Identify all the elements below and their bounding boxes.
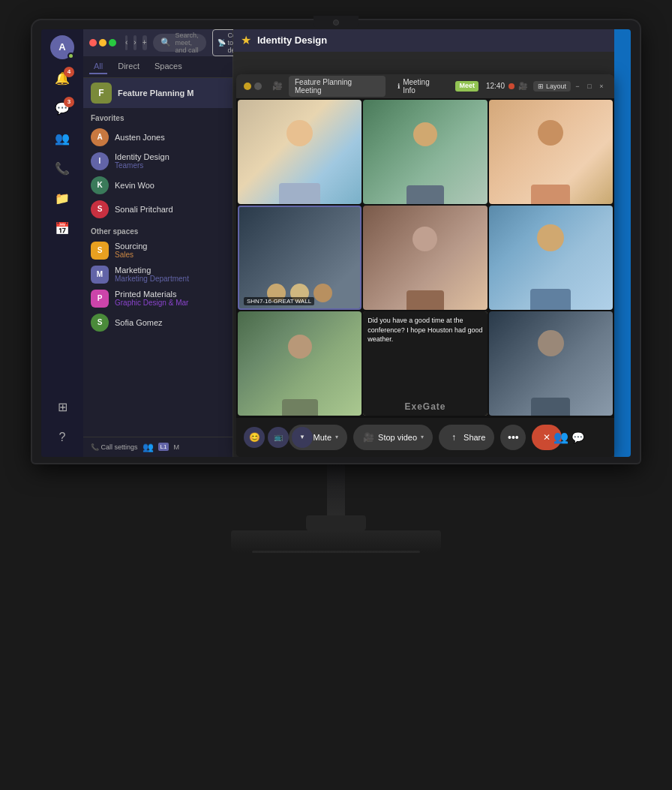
person-body-2 [406,185,444,204]
identity-banner: ★ Identity Design [233,29,614,52]
space-printed-materials[interactable]: P Printed Materials Graphic Design & Mar [83,287,232,311]
video-cell-5 [363,206,487,310]
contact-sofia[interactable]: S Sofia Gomez [83,311,232,335]
minimize-btn[interactable] [99,39,106,47]
person-body-6 [530,289,571,310]
people-icon[interactable]: 👥 [142,442,154,452]
tab-all[interactable]: All [89,59,107,74]
identity-star-icon: ★ [241,33,251,47]
meeting-controls: 😊 📺 ▼ 🎤 Mute ▾ 🎥 Stop video ▾ [236,418,614,457]
video-cell-6 [489,206,613,310]
video-cell-4: SHN7-16-GREAT WALL [238,206,362,310]
sidebar-chat-icon[interactable]: 💬 3 [49,95,76,122]
other-spaces-label: Other spaces [83,221,232,239]
chat-bottom-bar: 📞 Call settings 👥 L1 M [83,437,232,457]
share-icon: ↑ [448,431,460,443]
m-indicator: M [173,443,179,451]
video-grid: SHN7-16-GREAT WALL [236,98,614,418]
sidebar-apps-icon[interactable]: ⊞ [49,394,76,421]
close-btn[interactable] [89,39,97,47]
feature-planning-name: Feature Planning M [118,89,225,98]
contact-identity-design[interactable]: I Identity Design Teamers [83,149,232,173]
monitor-bezel: A 🔔 4 💬 3 👥 📞 📁 [32,20,640,463]
user-avatar[interactable]: A [50,35,74,59]
maximize-btn[interactable] [109,39,116,47]
tab-spaces[interactable]: Spaces [150,59,187,74]
space-marketing[interactable]: M Marketing Marketing Department [83,263,232,287]
search-bar[interactable]: 🔍 Search, meet, and call [153,34,206,52]
contact-sonali[interactable]: S Sonali Pritchard [83,197,232,221]
marketing-info: Marketing Marketing Department [115,266,225,283]
tab-direct[interactable]: Direct [113,59,144,74]
avatar-sonali: S [91,200,109,218]
workspace-feature-planning[interactable]: F Feature Planning M [83,78,232,108]
more-views[interactable]: ▼ [292,427,313,448]
recording-dot [508,83,514,89]
mute-label: Mute [314,433,332,442]
more-options-button[interactable]: ••• [500,425,526,450]
person-head-9 [538,330,564,356]
back-button[interactable]: ‹ [125,35,128,50]
sidebar-files-icon[interactable]: 📁 [49,185,76,212]
subtitle-text: Did you have a good time at the conferen… [368,316,482,344]
name-austen: Austen Jones [115,133,165,142]
video-cell-1 [238,100,362,204]
contact-austen-jones[interactable]: A Austen Jones [83,125,232,149]
person-head-6 [537,224,564,251]
camera-status: 🎥 [518,82,527,90]
avatar-identity: I [91,152,109,170]
person-body-9 [531,398,570,416]
sidebar-help-icon[interactable]: ? [49,424,76,451]
person-body-5 [406,290,444,310]
video-icon: 🎥 [362,431,374,443]
layout-button[interactable]: ⊞ Layout [533,81,571,92]
teams-meeting-icon: 🎥 [272,81,283,91]
emoji-avatar[interactable]: 😊 [244,427,265,448]
name-sofia: Sofia Gomez [115,318,163,327]
sidebar-calendar-icon[interactable]: 📅 [49,215,76,242]
sidebar-teams-icon[interactable]: 👥 [49,125,76,152]
meeting-win-controls: Meet 12:40 🎥 ⊞ Layout − [455,81,607,92]
space-sourcing[interactable]: S Sourcing Sales [83,239,232,263]
chat-tabs: All Direct Spaces [83,56,232,78]
tab-meeting-info[interactable]: ℹ Meeting Info [392,76,449,97]
search-icon: 🔍 [160,38,171,47]
forward-button[interactable]: › [134,35,136,50]
video-button[interactable]: 🎥 Stop video ▾ [353,425,433,450]
identity-info: Identity Design Teamers [115,152,225,170]
name-printed: Printed Materials [115,290,225,299]
person-head-5 [412,227,437,251]
chat-badge: 3 [64,97,74,107]
feature-planning-info: Feature Planning M [118,89,225,98]
share-button[interactable]: ↑ Share [439,425,494,450]
contact-kevin-woo[interactable]: K Kevin Woo [83,173,232,197]
meeting-window: 🎥 Feature Planning Meeting ℹ Meeting Inf… [236,74,614,457]
view-toggle[interactable]: 📺 [268,427,289,448]
time-display: 12:40 [486,82,505,90]
meeting-titlebar: 🎥 Feature Planning Meeting ℹ Meeting Inf… [236,74,614,98]
meeting-maximize[interactable]: □ [584,81,595,92]
window-controls [89,39,116,47]
chat-panel: ‹ › + 🔍 Search, meet, and call 📡 Connect… [83,29,233,457]
meeting-minimize[interactable]: − [572,81,583,92]
call-settings-label[interactable]: 📞 Call settings [91,443,138,451]
left-controls: 😊 📺 ▼ [244,427,313,448]
subtitle-panel: Did you have a good time at the conferen… [363,311,487,416]
hangup-icon: ✕ [541,431,553,443]
sidebar-calls-icon[interactable]: 📞 [49,155,76,182]
tab-feature-planning[interactable]: Feature Planning Meeting [289,76,386,97]
avatar-sofia: S [91,314,109,332]
feature-planning-icon: F [91,83,112,104]
meeting-close[interactable]: × [596,81,607,92]
search-placeholder: Search, meet, and call [176,32,199,54]
main-area: ★ Identity Design 🎥 Feature Planning Mee… [233,29,614,457]
chat-icon-meeting[interactable]: 💬 [572,431,584,443]
video-cell-8: Did you have a good time at the conferen… [363,311,487,416]
people-icon-meeting[interactable]: 👥 [554,430,568,444]
avatar-printed: P [91,290,109,308]
camera-dot [333,20,339,26]
avatar-marketing: M [91,266,109,284]
sidebar-activity-icon[interactable]: 🔔 4 [49,65,76,92]
avatar-austen: A [91,128,109,146]
new-tab-button[interactable]: + [142,35,147,50]
